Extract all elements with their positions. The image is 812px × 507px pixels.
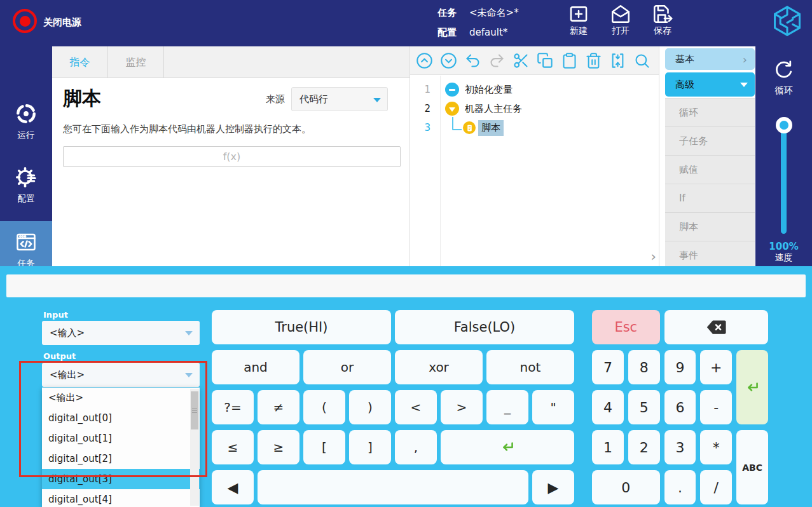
loop-mode-icon[interactable]: [773, 59, 794, 80]
panel-expand-chevron[interactable]: ›: [650, 248, 656, 264]
palette-item-if[interactable]: If: [665, 184, 755, 213]
loop-mode-label: 循环: [755, 85, 812, 97]
power-icon: [20, 16, 31, 27]
key-greater-equal[interactable]: ≥: [258, 430, 299, 464]
tree-row-label: 脚本: [478, 120, 504, 136]
dropdown-option[interactable]: digital_out[2]: [42, 449, 200, 469]
key-0[interactable]: 0: [592, 470, 660, 504]
task-name: <未命名>*: [469, 7, 519, 19]
speed-percent: 100%: [755, 241, 812, 252]
key-xor[interactable]: xor: [395, 350, 483, 384]
speed-slider-thumb[interactable]: [776, 117, 792, 133]
redo-button[interactable]: [488, 52, 506, 69]
palette-item-script[interactable]: 脚本: [665, 213, 755, 241]
key-less-than[interactable]: <: [395, 390, 437, 424]
dropdown-option[interactable]: digital_out[1]: [42, 428, 200, 449]
copy-button[interactable]: [537, 52, 554, 69]
key-3[interactable]: 3: [664, 430, 696, 464]
palette-item-subtask[interactable]: 子任务: [665, 127, 755, 156]
key-quote[interactable]: ": [532, 390, 574, 424]
move-up-button[interactable]: [416, 52, 433, 69]
script-expression-input[interactable]: [63, 146, 401, 167]
dropdown-option-highlighted[interactable]: digital_out[3]: [42, 469, 200, 489]
key-assign-compare[interactable]: ?=: [212, 390, 254, 424]
collapse-button[interactable]: [609, 52, 626, 69]
dropdown-option[interactable]: <输出>: [42, 388, 200, 408]
dropdown-option[interactable]: digital_out[0]: [42, 408, 200, 428]
key-7[interactable]: 7: [592, 350, 624, 384]
output-select[interactable]: <输出>: [42, 363, 200, 387]
new-task-label: 新建: [570, 25, 588, 37]
key-comma[interactable]: ,: [395, 430, 437, 464]
key-less-equal[interactable]: ≤: [212, 430, 254, 464]
key-8[interactable]: 8: [628, 350, 660, 384]
key-2[interactable]: 2: [628, 430, 660, 464]
power-button[interactable]: [13, 9, 37, 33]
move-down-button[interactable]: [440, 52, 457, 69]
key-1[interactable]: 1: [592, 430, 624, 464]
speed-slider-track[interactable]: [781, 121, 787, 234]
expression-keyboard: Input <输入> Output <输出> <输出> digital_out[…: [0, 266, 812, 507]
key-greater-than[interactable]: >: [441, 390, 483, 424]
key-or[interactable]: or: [303, 350, 391, 384]
delete-button[interactable]: [585, 52, 602, 69]
init-variables-node-icon: [445, 83, 459, 97]
key-paren-open[interactable]: (: [303, 390, 345, 424]
key-not-equal[interactable]: ≠: [258, 390, 299, 424]
search-button[interactable]: [633, 52, 650, 69]
key-dot[interactable]: .: [664, 470, 696, 504]
sidebar-item-config[interactable]: 配置: [0, 166, 52, 205]
tree-row-label: 初始化变量: [465, 84, 513, 96]
key-minus[interactable]: -: [700, 390, 732, 424]
key-plus[interactable]: +: [700, 350, 732, 384]
palette-item-loop[interactable]: 循环: [665, 98, 755, 127]
undo-button[interactable]: [464, 52, 481, 69]
key-4[interactable]: 4: [592, 390, 624, 424]
esc-key[interactable]: Esc: [592, 310, 660, 344]
key-and[interactable]: and: [212, 350, 299, 384]
new-task-button[interactable]: 新建: [568, 3, 589, 37]
key-bracket-open[interactable]: [: [303, 430, 345, 464]
cursor-right-key[interactable]: ▶: [532, 470, 574, 504]
enter-key[interactable]: [441, 430, 574, 464]
dropdown-option[interactable]: digital_out[4]: [42, 489, 200, 507]
save-task-button[interactable]: 保存: [652, 3, 673, 37]
key-9[interactable]: 9: [664, 350, 696, 384]
expression-input-field[interactable]: [6, 274, 806, 297]
backspace-key[interactable]: [664, 310, 768, 344]
cut-button[interactable]: [513, 52, 530, 69]
tree-row-script[interactable]: 3 脚本: [410, 118, 659, 137]
key-paren-close[interactable]: ): [349, 390, 391, 424]
key-6[interactable]: 6: [664, 390, 696, 424]
source-label: 来源: [266, 93, 285, 105]
dropdown-scrollbar[interactable]: [190, 389, 199, 506]
palette-group-basic[interactable]: 基本 ›: [665, 48, 755, 70]
source-select[interactable]: 代码行: [291, 87, 388, 111]
palette-item-assign[interactable]: 赋值: [665, 156, 755, 184]
open-task-button[interactable]: 打开: [610, 3, 631, 37]
paste-button[interactable]: [561, 52, 578, 69]
save-task-label: 保存: [654, 25, 671, 37]
key-not[interactable]: not: [486, 350, 574, 384]
palette-group-advanced[interactable]: 高级: [665, 72, 755, 97]
space-key[interactable]: [258, 470, 528, 504]
sidebar-item-run[interactable]: 运行: [0, 102, 52, 141]
tab-monitor[interactable]: 监控: [108, 46, 164, 78]
tree-row-main-task[interactable]: 2 机器人主任务: [410, 99, 659, 118]
abc-mode-key[interactable]: ABC: [736, 430, 768, 504]
source-select-value: 代码行: [299, 93, 328, 105]
tab-instruction[interactable]: 指令: [52, 46, 108, 78]
numpad-enter-key[interactable]: [736, 350, 768, 424]
key-true-hi[interactable]: True(HI): [212, 310, 391, 344]
tree-row-init-variables[interactable]: 1 初始化变量: [410, 80, 659, 99]
key-false-lo[interactable]: False(LO): [395, 310, 574, 344]
key-underscore[interactable]: _: [486, 390, 528, 424]
line-number: 1: [410, 84, 440, 95]
cursor-left-key[interactable]: ◀: [212, 470, 254, 504]
key-asterisk[interactable]: *: [700, 430, 732, 464]
input-select[interactable]: <输入>: [42, 321, 200, 345]
key-bracket-close[interactable]: ]: [349, 430, 391, 464]
scrollbar-thumb[interactable]: [191, 391, 198, 429]
key-5[interactable]: 5: [628, 390, 660, 424]
key-slash[interactable]: /: [700, 470, 732, 504]
